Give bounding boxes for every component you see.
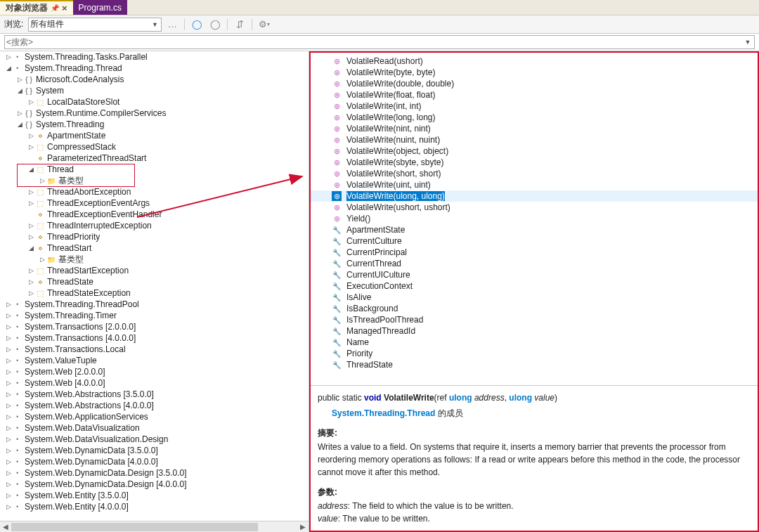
tree-item[interactable]: ▷▪System.Threading.Tasks.Parallel bbox=[0, 51, 309, 63]
tree-item[interactable]: ▷▪System.Web.DynamicData [4.0.0.0] bbox=[0, 456, 309, 467]
tree-item[interactable]: ◢Thread bbox=[0, 164, 309, 175]
expand-icon[interactable]: ▷ bbox=[4, 503, 13, 510]
search-input[interactable]: ▼ bbox=[4, 35, 755, 49]
expand-icon[interactable]: ◢ bbox=[15, 121, 24, 128]
tree-item[interactable]: ▷LocalDataStoreSlot bbox=[0, 96, 309, 108]
expand-icon[interactable]: ▷ bbox=[27, 233, 35, 240]
expand-icon[interactable]: ▷ bbox=[4, 469, 13, 476]
tree-item[interactable]: ThreadExceptionEventHandler bbox=[0, 209, 309, 220]
tree-item[interactable]: ▷System.Runtime.CompilerServices bbox=[0, 108, 309, 119]
tab-program-cs[interactable]: Program.cs bbox=[73, 0, 127, 15]
expand-icon[interactable]: ▷ bbox=[27, 132, 35, 139]
scroll-right-icon[interactable]: ▶ bbox=[297, 521, 309, 532]
expand-icon[interactable]: ▷ bbox=[27, 143, 35, 150]
member-item[interactable]: VolatileWrite(nuint, nuint) bbox=[311, 134, 758, 145]
member-item[interactable]: Yield() bbox=[311, 213, 758, 224]
member-item[interactable]: VolatileWrite(int, int) bbox=[311, 100, 758, 112]
search-field[interactable] bbox=[6, 37, 743, 47]
member-item[interactable]: VolatileWrite(double, double) bbox=[311, 78, 758, 89]
member-item[interactable]: IsBackground bbox=[311, 303, 758, 314]
tree-item[interactable]: ▷ThreadInterruptedException bbox=[0, 220, 309, 231]
member-item[interactable]: ThreadState bbox=[311, 359, 758, 370]
expand-icon[interactable]: ▷ bbox=[4, 391, 13, 398]
close-icon[interactable]: × bbox=[62, 3, 67, 13]
tree-item[interactable]: ▷▪System.Web.Entity [4.0.0.0] bbox=[0, 501, 309, 512]
hierarchy-button[interactable]: ⇵ bbox=[232, 18, 247, 32]
expand-icon[interactable]: ▷ bbox=[4, 447, 13, 454]
expand-icon[interactable]: ▷ bbox=[27, 278, 35, 285]
settings-button[interactable]: ⚙▾ bbox=[257, 18, 272, 32]
tree-item[interactable]: ParameterizedThreadStart bbox=[0, 153, 309, 164]
tree-item[interactable]: ▷基类型 bbox=[0, 254, 309, 265]
member-item[interactable]: ManagedThreadId bbox=[311, 325, 758, 337]
tree-item[interactable]: ▷▪System.Web.DataVisualization.Design bbox=[0, 434, 309, 445]
expand-icon[interactable]: ▷ bbox=[4, 413, 13, 420]
pin-icon[interactable]: 📌 bbox=[51, 4, 59, 12]
tree-item[interactable]: ▷ThreadStartException bbox=[0, 265, 309, 276]
owner-link[interactable]: System.Threading.Thread bbox=[332, 408, 435, 418]
expand-icon[interactable]: ▷ bbox=[4, 458, 13, 465]
horizontal-scrollbar[interactable]: ◀ ▶ bbox=[0, 521, 309, 532]
tree-item[interactable]: ▷ThreadPriority bbox=[0, 231, 309, 242]
back-button[interactable]: ◯ bbox=[189, 18, 205, 32]
tree-item[interactable]: ▷Microsoft.CodeAnalysis bbox=[0, 74, 309, 85]
tree-item[interactable]: ▷▪System.Threading.Timer bbox=[0, 310, 309, 321]
tab-object-browser[interactable]: 对象浏览器 📌 × bbox=[0, 0, 73, 15]
member-item[interactable]: VolatileWrite(object, object) bbox=[311, 145, 758, 157]
tree-item[interactable]: ▷▪System.Web.Entity [3.5.0.0] bbox=[0, 490, 309, 501]
tree-item[interactable]: ▷▪System.Web.Abstractions [3.5.0.0] bbox=[0, 389, 309, 400]
expand-icon[interactable]: ▷ bbox=[4, 492, 13, 499]
member-item[interactable]: CurrentUICulture bbox=[311, 269, 758, 280]
expand-icon[interactable]: ▷ bbox=[4, 481, 13, 488]
expand-icon[interactable]: ▷ bbox=[4, 368, 13, 375]
member-item[interactable]: VolatileWrite(byte, byte) bbox=[311, 67, 758, 78]
expand-icon[interactable]: ▷ bbox=[4, 53, 13, 60]
tree-item[interactable]: ▷▪System.Web [4.0.0.0] bbox=[0, 377, 309, 389]
forward-button[interactable]: ◯ bbox=[207, 18, 223, 32]
member-item[interactable]: ExecutionContext bbox=[311, 280, 758, 292]
tree-item[interactable]: ▷ApartmentState bbox=[0, 130, 309, 141]
scope-dropdown[interactable]: 所有组件 ▼ bbox=[28, 18, 162, 32]
tree-item[interactable]: ◢ThreadStart bbox=[0, 242, 309, 254]
namespace-tree[interactable]: ▷▪System.Threading.Tasks.Parallel◢▪Syste… bbox=[0, 51, 309, 532]
tree-item[interactable]: ▷▪System.Web.DynamicData [3.5.0.0] bbox=[0, 445, 309, 456]
tree-item[interactable]: ◢System bbox=[0, 85, 309, 96]
member-item[interactable]: VolatileWrite(ulong, ulong) bbox=[311, 190, 758, 202]
tree-item[interactable]: ▷ThreadState bbox=[0, 276, 309, 287]
expand-icon[interactable]: ▷ bbox=[4, 335, 13, 342]
tree-item[interactable]: ▷▪System.Web.DynamicData.Design [3.5.0.0… bbox=[0, 467, 309, 479]
tree-item[interactable]: ◢▪System.Threading.Thread bbox=[0, 63, 309, 74]
member-item[interactable]: VolatileWrite(long, long) bbox=[311, 112, 758, 123]
scroll-left-icon[interactable]: ◀ bbox=[0, 521, 11, 532]
expand-icon[interactable]: ▷ bbox=[4, 357, 13, 364]
expand-icon[interactable]: ▷ bbox=[4, 379, 13, 387]
expand-icon[interactable]: ▷ bbox=[27, 222, 35, 229]
member-item[interactable]: Name bbox=[311, 337, 758, 348]
member-item[interactable]: VolatileWrite(ushort, ushort) bbox=[311, 202, 758, 213]
expand-icon[interactable]: ▷ bbox=[4, 323, 13, 330]
tree-item[interactable]: ▷▪System.Threading.ThreadPool bbox=[0, 299, 309, 310]
tree-item[interactable]: ▷▪System.Web.DynamicData.Design [4.0.0.0… bbox=[0, 479, 309, 490]
expand-icon[interactable]: ◢ bbox=[27, 245, 35, 252]
member-item[interactable]: VolatileWrite(float, float) bbox=[311, 89, 758, 100]
member-item[interactable]: VolatileWrite(nint, nint) bbox=[311, 123, 758, 134]
expand-icon[interactable]: ▷ bbox=[27, 267, 35, 274]
tree-item[interactable]: ▷CompressedStack bbox=[0, 141, 309, 153]
chevron-down-icon[interactable]: ▼ bbox=[743, 39, 753, 46]
tree-item[interactable]: ▷▪System.Web.ApplicationServices bbox=[0, 411, 309, 422]
expand-icon[interactable]: ▷ bbox=[4, 402, 13, 409]
member-item[interactable]: VolatileWrite(sbyte, sbyte) bbox=[311, 157, 758, 168]
member-item[interactable]: IsThreadPoolThread bbox=[311, 314, 758, 325]
tree-item[interactable]: ▷ThreadStateException bbox=[0, 287, 309, 299]
tree-item[interactable]: ▷ThreadAbortException bbox=[0, 186, 309, 197]
member-item[interactable]: VolatileWrite(uint, uint) bbox=[311, 179, 758, 190]
tree-item[interactable]: ▷▪System.Transactions.Local bbox=[0, 344, 309, 355]
tree-item[interactable]: ▷▪System.Web.Abstractions [4.0.0.0] bbox=[0, 400, 309, 411]
more-button[interactable]: … bbox=[164, 18, 180, 32]
expand-icon[interactable]: ▷ bbox=[4, 346, 13, 353]
member-item[interactable]: Priority bbox=[311, 348, 758, 359]
tree-item[interactable]: ▷▪System.ValueTuple bbox=[0, 355, 309, 366]
expand-icon[interactable]: ◢ bbox=[15, 87, 24, 94]
expand-icon[interactable]: ▷ bbox=[4, 312, 13, 319]
member-item[interactable]: CurrentThread bbox=[311, 258, 758, 269]
